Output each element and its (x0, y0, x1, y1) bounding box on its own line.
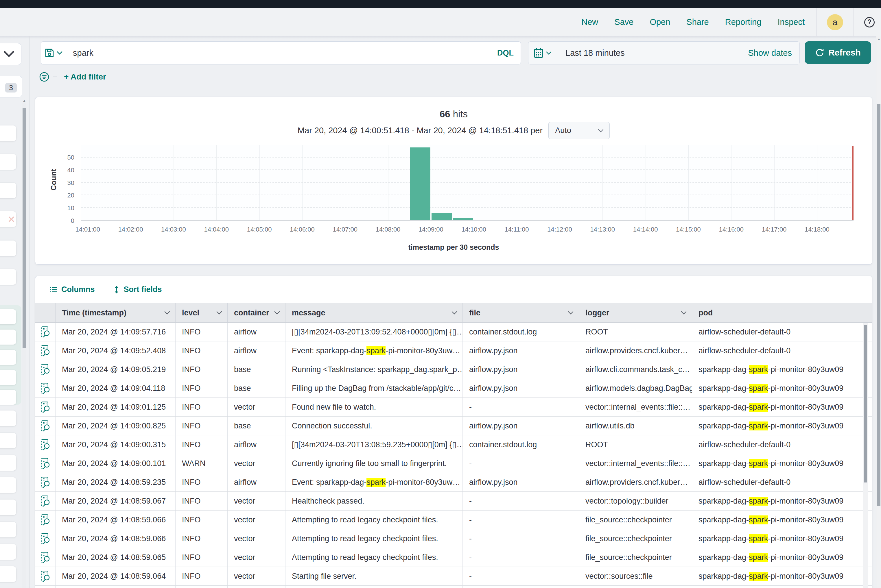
expand-row-button[interactable] (35, 567, 56, 585)
field-card[interactable] (0, 126, 16, 141)
page-scroll-up-arrow[interactable]: ▲ (877, 37, 881, 41)
highlight: spark (749, 459, 768, 468)
sidebar-scroll-up-arrow[interactable]: ▲ (23, 99, 26, 103)
x-tick-label: 14:13:00 (590, 226, 615, 233)
cell-file: airflow.py.json (463, 379, 579, 398)
column-header-time-timestamp[interactable]: Time (timestamp) (56, 303, 176, 322)
column-header-file[interactable]: file (463, 303, 579, 322)
nav-new[interactable]: New (581, 17, 598, 27)
time-range-value[interactable]: Last 18 minutes (556, 48, 748, 58)
avatar[interactable]: a (827, 14, 843, 30)
column-header-label: container (234, 309, 269, 317)
field-card[interactable] (0, 330, 16, 345)
remove-field-icon[interactable]: ✕ (8, 214, 15, 225)
nav-share[interactable]: Share (686, 17, 709, 27)
table-scrollbar-track[interactable] (863, 322, 868, 588)
expand-row-button[interactable] (35, 322, 56, 341)
filter-icon[interactable] (39, 72, 49, 82)
cell-level: INFO (176, 322, 228, 341)
search-input[interactable]: spark (66, 48, 497, 58)
field-card[interactable] (0, 566, 16, 582)
add-filter-button[interactable]: + Add filter (64, 72, 106, 81)
sort-arrows-icon (113, 286, 120, 293)
field-card[interactable] (0, 390, 16, 405)
column-header-logger[interactable]: logger (579, 303, 692, 322)
x-tick-label: 14:02:00 (118, 226, 143, 233)
cell-file: airflow.py.json (463, 417, 579, 435)
cell-time: Mar 20, 2024 @ 14:09:00.825 (56, 417, 176, 435)
page-scrollbar-thumb[interactable] (877, 104, 880, 506)
field-card[interactable] (0, 309, 16, 324)
expand-row-button[interactable] (35, 530, 56, 548)
field-card[interactable] (0, 370, 16, 385)
help-icon[interactable]: ? (864, 17, 875, 27)
nav-save[interactable]: Save (614, 17, 633, 27)
nav-open[interactable]: Open (649, 17, 670, 27)
expand-row-button[interactable] (35, 379, 56, 398)
table-scrollbar-thumb[interactable] (864, 325, 867, 483)
sidebar-collapse-button[interactable] (0, 43, 21, 65)
column-header-pod[interactable]: pod (692, 303, 872, 322)
chart-time-range-subtitle: Mar 20, 2024 @ 14:00:51.418 - Mar 20, 20… (298, 126, 543, 135)
column-header-level[interactable]: level (176, 303, 228, 322)
interval-select[interactable]: Auto (549, 122, 610, 139)
refresh-button[interactable]: Refresh (805, 41, 871, 64)
show-dates-button[interactable]: Show dates (748, 48, 800, 58)
cell-pod: sparkapp-dag-spark-pi-monitor-80y3uw09 (692, 567, 872, 585)
inspect-document-icon (41, 458, 50, 469)
field-card[interactable] (0, 269, 16, 285)
field-card[interactable] (0, 240, 16, 256)
expand-row-button[interactable] (35, 548, 56, 567)
expand-row-button[interactable] (35, 492, 56, 510)
columns-button[interactable]: Columns (50, 285, 95, 294)
field-card[interactable] (0, 455, 16, 471)
cell-logger: ROOT (579, 322, 692, 341)
cell-container: vector (228, 510, 286, 529)
field-card[interactable] (0, 411, 16, 426)
sidebar-scrollbar-thumb[interactable] (23, 108, 26, 348)
sort-fields-button[interactable]: Sort fields (113, 285, 162, 294)
nav-inspect[interactable]: Inspect (778, 17, 805, 27)
field-card[interactable] (0, 154, 16, 170)
dql-language-button[interactable]: DQL (497, 49, 521, 57)
field-card[interactable] (0, 477, 16, 493)
expand-row-button[interactable] (35, 360, 56, 379)
column-header-message[interactable]: message (286, 303, 463, 322)
y-tick-label: 50 (54, 154, 74, 161)
expand-row-button[interactable] (35, 398, 56, 416)
highlight: spark (749, 516, 768, 524)
cell-file: container.stdout.log (463, 435, 579, 454)
expand-row-button[interactable] (35, 417, 56, 435)
field-card[interactable] (0, 522, 16, 537)
inspect-document-icon (41, 552, 50, 563)
nav-reporting[interactable]: Reporting (725, 17, 762, 27)
expand-row-button[interactable] (35, 586, 56, 588)
highlight: spark (749, 365, 768, 374)
expand-row-button[interactable] (35, 473, 56, 492)
column-header-label: file (469, 309, 480, 317)
header-divider (816, 8, 816, 36)
cell-container: base (228, 379, 286, 398)
field-card[interactable] (0, 183, 16, 198)
cell-level: INFO (176, 510, 228, 529)
table-row: Mar 20, 2024 @ 14:08:59.066 INFO vector … (35, 530, 872, 548)
expand-row-button[interactable] (35, 510, 56, 529)
cell-pod (692, 586, 872, 588)
expand-row-button[interactable] (35, 341, 56, 360)
field-card[interactable] (0, 544, 16, 560)
column-header-container[interactable]: container (228, 303, 286, 322)
quick-select-menu-button[interactable] (528, 42, 556, 64)
cell-pod: airflow-scheduler-default-0 (692, 473, 872, 492)
expand-row-button[interactable] (35, 435, 56, 454)
cell-time (56, 586, 176, 588)
calendar-icon (533, 47, 544, 58)
expand-row-button[interactable] (35, 454, 56, 472)
saved-query-menu-button[interactable] (41, 42, 66, 64)
table-body: Mar 20, 2024 @ 14:09:57.716 INFO airflow… (35, 322, 872, 588)
cell-logger: vector::sources::file (579, 567, 692, 585)
cell-message: [▯[34m2024-03-20T13:08:59.235+0000▯[0m] … (286, 435, 463, 454)
header-divider (854, 8, 854, 36)
field-card[interactable] (0, 350, 16, 365)
field-card[interactable] (0, 500, 16, 515)
field-card[interactable] (0, 433, 16, 448)
